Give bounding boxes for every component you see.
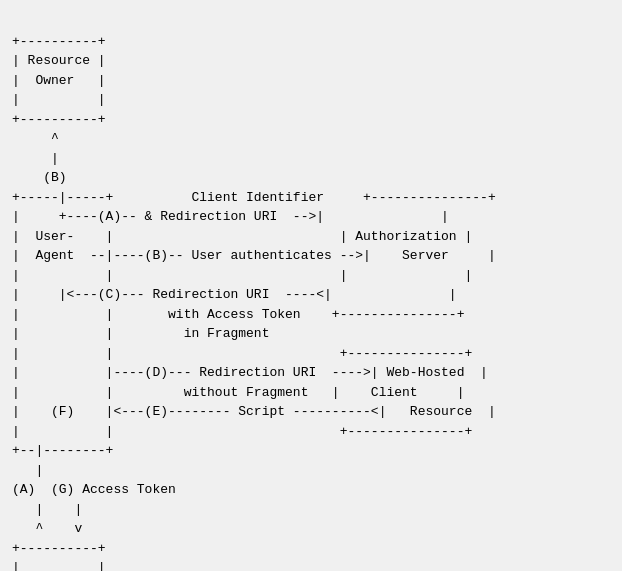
oauth-flow-diagram: +----------+ | Resource | | Owner | | | … xyxy=(8,8,614,571)
